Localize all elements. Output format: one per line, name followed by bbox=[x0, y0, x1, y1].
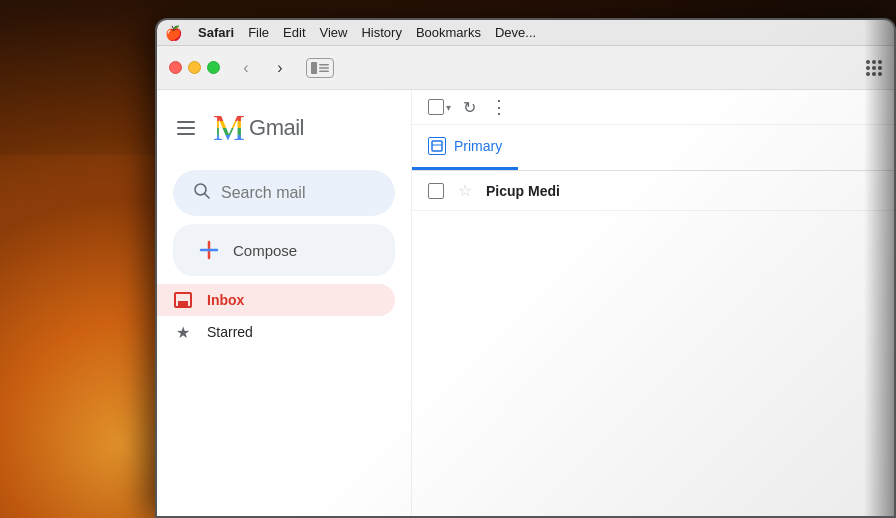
macos-menubar: 🍎 Safari File Edit View History Bookmark… bbox=[157, 20, 894, 46]
back-button[interactable]: ‹ bbox=[234, 56, 258, 80]
compose-label: Compose bbox=[233, 242, 297, 259]
gmail-wordmark: Gmail bbox=[249, 115, 304, 141]
search-input[interactable] bbox=[221, 184, 421, 202]
hamburger-menu[interactable] bbox=[173, 117, 199, 139]
svg-rect-3 bbox=[319, 70, 329, 72]
menubar-file[interactable]: File bbox=[248, 25, 269, 40]
email-star-icon[interactable]: ☆ bbox=[458, 181, 472, 200]
inbox-tabs: Primary bbox=[412, 125, 894, 171]
screen-right-edge bbox=[864, 20, 894, 516]
menubar-view[interactable]: View bbox=[320, 25, 348, 40]
email-toolbar: ▾ ↻ ⋮ bbox=[412, 90, 894, 125]
svg-line-5 bbox=[205, 193, 210, 198]
svg-rect-1 bbox=[319, 64, 329, 66]
fullscreen-button[interactable] bbox=[207, 61, 220, 74]
nav-item-starred[interactable]: ★ Starred bbox=[157, 316, 395, 348]
svg-rect-0 bbox=[311, 62, 317, 74]
inbox-icon bbox=[173, 290, 193, 310]
sidebar-toggle-button[interactable] bbox=[306, 58, 334, 78]
svg-rect-8 bbox=[432, 141, 442, 151]
checkbox-square bbox=[428, 99, 444, 115]
refresh-button[interactable]: ↻ bbox=[463, 98, 476, 117]
apple-menu[interactable]: 🍎 bbox=[165, 25, 182, 41]
forward-button[interactable]: › bbox=[268, 56, 292, 80]
search-icon bbox=[193, 182, 211, 205]
more-options-button[interactable]: ⋮ bbox=[490, 96, 508, 118]
email-sender: Picup Medi bbox=[486, 183, 606, 199]
gmail-logo: M Gmail bbox=[213, 110, 304, 146]
compose-button[interactable]: Compose bbox=[173, 224, 395, 276]
sidebar-toggle-icon bbox=[311, 62, 329, 74]
gmail-content-area: M Gmail bbox=[157, 90, 894, 516]
gmail-search-bar[interactable] bbox=[173, 170, 395, 216]
select-all-checkbox[interactable]: ▾ bbox=[428, 99, 451, 115]
laptop-screen: 🍎 Safari File Edit View History Bookmark… bbox=[155, 18, 896, 518]
tab-primary-label: Primary bbox=[454, 138, 502, 154]
menubar-safari[interactable]: Safari bbox=[198, 25, 234, 40]
starred-label: Starred bbox=[207, 324, 253, 340]
inbox-label: Inbox bbox=[207, 292, 244, 308]
minimize-button[interactable] bbox=[188, 61, 201, 74]
tab-primary[interactable]: Primary bbox=[412, 125, 518, 170]
gmail-header: M Gmail bbox=[157, 98, 411, 162]
close-button[interactable] bbox=[169, 61, 182, 74]
email-row[interactable]: ☆ Picup Medi bbox=[412, 171, 894, 211]
compose-plus-icon bbox=[197, 238, 221, 262]
chevron-down-icon: ▾ bbox=[446, 102, 451, 113]
browser-toolbar: ‹ › bbox=[157, 46, 894, 90]
email-checkbox[interactable] bbox=[428, 183, 444, 199]
menubar-develop[interactable]: Deve... bbox=[495, 25, 536, 40]
gmail-m-logo: M bbox=[213, 110, 245, 146]
svg-rect-2 bbox=[319, 67, 329, 69]
menubar-bookmarks[interactable]: Bookmarks bbox=[416, 25, 481, 40]
starred-icon: ★ bbox=[173, 322, 193, 342]
gmail-sidebar: M Gmail bbox=[157, 90, 412, 516]
primary-tab-icon bbox=[428, 137, 446, 155]
gmail-main-panel: ▾ ↻ ⋮ Primary bbox=[412, 90, 894, 516]
menubar-edit[interactable]: Edit bbox=[283, 25, 305, 40]
menubar-history[interactable]: History bbox=[361, 25, 401, 40]
traffic-lights bbox=[169, 61, 220, 74]
nav-item-inbox[interactable]: Inbox bbox=[157, 284, 395, 316]
